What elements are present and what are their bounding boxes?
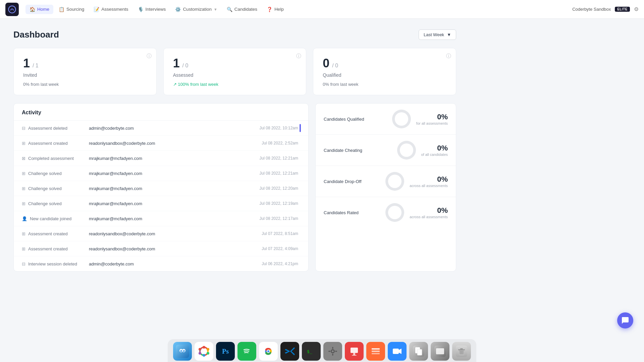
activity-item: 👤 New candidate joined mrajkumar@mcfadye…	[14, 211, 308, 226]
period-selector[interactable]: Last Week ▼	[419, 29, 456, 40]
period-label: Last Week	[424, 32, 444, 37]
stat-card-invited: ⓘ 1 / 1 Invited 0% from last week	[13, 48, 157, 95]
stat-card-qualified: ⓘ 0 / 0 Qualified 0% from last week	[313, 48, 456, 95]
activity-email: admin@coderbyte.com	[89, 261, 238, 266]
activity-email: mrajkumar@mcfadyen.com	[89, 186, 238, 191]
app-logo[interactable]	[5, 3, 19, 16]
svg-point-0	[9, 6, 16, 13]
settings-icon[interactable]: ⚙	[634, 6, 639, 12]
metric-label: Candidates Rated	[324, 210, 380, 215]
activity-time: Jul 06 2022, 4:21pm	[238, 261, 298, 266]
user-name: Coderbyte Sandbox	[572, 7, 611, 12]
activity-action-icon: ⊞	[22, 246, 25, 251]
activity-time: Jul 07 2022, 4:09am	[238, 246, 298, 251]
info-icon-invited[interactable]: ⓘ	[147, 53, 152, 59]
activity-action-icon: ⊟	[22, 261, 25, 266]
nav-sourcing[interactable]: 📋 Sourcing	[55, 5, 88, 14]
main-content: Dashboard Last Week ▼ ⓘ 1 / 1 Invited 0%…	[0, 19, 470, 282]
nav-interviews[interactable]: 🎙️ Interviews	[134, 5, 170, 14]
activity-item: ⊞ Challenge solved mrajkumar@mcfadyen.co…	[14, 196, 308, 211]
metric-value: 0% across all assessments	[410, 175, 448, 188]
activity-action-icon: ⊞	[22, 201, 25, 206]
activity-indicator	[300, 230, 301, 238]
metric-label: Candidate Cheating	[324, 148, 392, 153]
help-icon: ❓	[267, 7, 272, 12]
activity-time: Jul 08 2022, 12:20am	[238, 186, 298, 191]
activity-email: mrajkumar@mcfadyen.com	[89, 216, 238, 221]
nav-candidates[interactable]: 🔍 Candidates	[223, 5, 261, 14]
stat-card-assessed: ⓘ 1 / 0 Assessed ↗ 100% from last week	[163, 48, 307, 95]
activity-time: Jul 08 2022, 12:19am	[238, 201, 298, 206]
activity-action-icon: 👤	[22, 216, 27, 221]
activity-action: ⊞ Assessment created	[22, 231, 89, 236]
navbar: 🏠 Home 📋 Sourcing 📝 Assessments 🎙️ Inter…	[0, 0, 644, 19]
activity-item: ⊞ Assessment created readonlysandbox@cod…	[14, 226, 308, 241]
activity-time: Jul 08 2022, 12:21am	[238, 171, 298, 176]
elite-badge: ELITE	[615, 7, 630, 12]
interviews-icon: 🎙️	[138, 7, 144, 12]
nav-customization[interactable]: ⚙️ Customization ▼	[171, 5, 221, 14]
home-icon: 🏠	[30, 7, 35, 12]
dashboard-header: Dashboard Last Week ▼	[13, 29, 456, 40]
metric-circle	[392, 110, 411, 128]
activity-item: ⊞ Challenge solved mrajkumar@mcfadyen.co…	[14, 166, 308, 181]
activity-action: ⊟ Assessment deleted	[22, 126, 89, 131]
activity-indicator	[300, 154, 301, 162]
nav-help[interactable]: ❓ Help	[263, 5, 288, 14]
nav-home[interactable]: 🏠 Home	[25, 5, 53, 14]
metric-value: 0% across all assessments	[410, 206, 448, 219]
activity-action: ⊠ Completed assessment	[22, 156, 89, 161]
stat-number-assessed: 1 / 0	[173, 56, 297, 70]
activity-action: 👤 New candidate joined	[22, 216, 89, 221]
activity-action-icon: ⊞	[22, 141, 25, 146]
activity-action: ⊞ Challenge solved	[22, 201, 89, 206]
candidates-icon: 🔍	[227, 7, 232, 12]
stat-change-invited: 0% from last week	[23, 82, 147, 87]
activity-action: ⊞ Assessment created	[22, 246, 89, 251]
activity-time: Jul 08 2022, 10:12am	[238, 126, 298, 130]
chevron-down-icon: ▼	[447, 32, 451, 37]
metric-row: Candidate Drop-Off 0% across all assessm…	[316, 166, 456, 197]
activity-time: Jul 08 2022, 12:21am	[238, 156, 298, 161]
stats-row: ⓘ 1 / 1 Invited 0% from last week ⓘ 1 / …	[13, 48, 456, 95]
metric-row: Candidates Rated 0% across all assessmen…	[316, 197, 456, 228]
activity-indicator	[300, 124, 301, 132]
info-icon-assessed[interactable]: ⓘ	[296, 53, 301, 59]
activity-indicator	[300, 184, 301, 192]
metric-label: Candidate Drop-Off	[324, 179, 380, 184]
stat-number-qualified: 0 / 0	[323, 56, 446, 70]
metric-title: Candidates Qualified	[324, 117, 387, 122]
stat-label-qualified: Qualified	[323, 72, 446, 78]
activity-indicator	[300, 260, 301, 268]
activity-item: ⊠ Completed assessment mrajkumar@mcfadye…	[14, 151, 308, 166]
nav-assessments[interactable]: 📝 Assessments	[90, 5, 132, 14]
metric-row: Candidates Qualified 0% for all assessme…	[316, 104, 456, 135]
activity-email: readonlysandbox@coderbyte.com	[89, 246, 238, 251]
activity-card: Activity ⊟ Assessment deleted admin@code…	[13, 103, 309, 272]
metric-circle	[397, 141, 416, 160]
activity-email: mrajkumar@mcfadyen.com	[89, 201, 238, 206]
bottom-row: Activity ⊟ Assessment deleted admin@code…	[13, 103, 456, 272]
activity-email: mrajkumar@mcfadyen.com	[89, 171, 238, 176]
navbar-right: Coderbyte Sandbox ELITE ⚙	[572, 6, 639, 12]
activity-indicator	[300, 139, 301, 147]
metric-value: 0% of all candidates	[421, 144, 448, 157]
stat-change-assessed: ↗ 100% from last week	[173, 82, 297, 87]
metric-label: Candidates Qualified	[324, 117, 387, 122]
info-icon-qualified[interactable]: ⓘ	[446, 53, 451, 59]
activity-email: readonlysandbox@coderbyte.com	[89, 141, 238, 146]
stat-change-qualified: 0% from last week	[323, 82, 446, 87]
activity-action-icon: ⊟	[22, 126, 25, 131]
activity-time: Jul 07 2022, 8:51am	[238, 231, 298, 236]
activity-item: ⊟ Interview session deleted admin@coderb…	[14, 256, 308, 271]
assessments-icon: 📝	[94, 7, 99, 12]
activity-item: ⊞ Assessment created readonlysandbox@cod…	[14, 136, 308, 151]
stat-label-invited: Invited	[23, 72, 147, 78]
activity-time: Jul 08 2022, 12:17am	[238, 216, 298, 221]
activity-action: ⊞ Challenge solved	[22, 186, 89, 191]
activity-action: ⊞ Challenge solved	[22, 171, 89, 176]
activity-list: ⊟ Assessment deleted admin@coderbyte.com…	[14, 121, 308, 271]
activity-action: ⊟ Interview session deleted	[22, 261, 89, 266]
metric-circle	[385, 203, 404, 222]
activity-item: ⊟ Assessment deleted admin@coderbyte.com…	[14, 121, 308, 136]
